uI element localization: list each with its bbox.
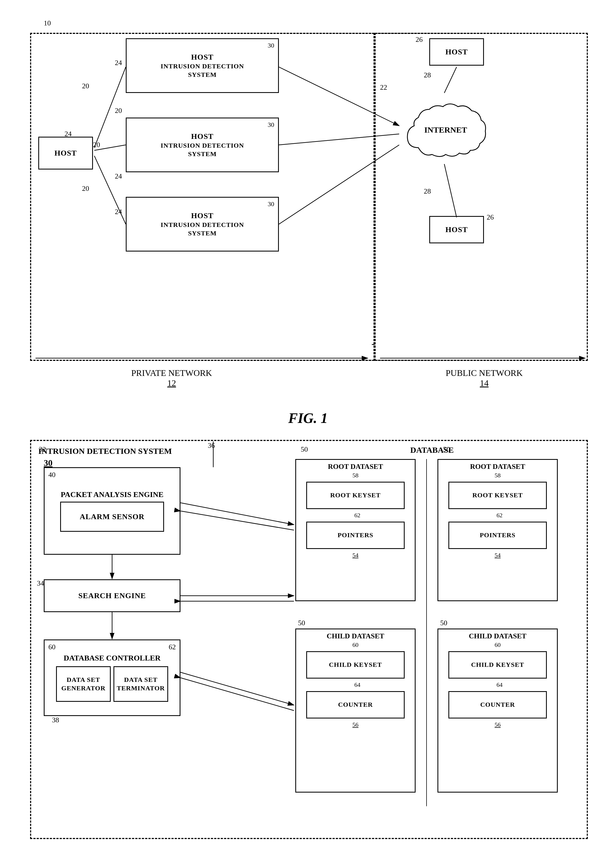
ref-62-left: 62	[354, 512, 360, 519]
host-left-box: HOST	[38, 137, 93, 170]
ref-10: 10	[44, 19, 51, 27]
fig1-caption: FIG. 1	[22, 410, 594, 426]
db-controller-box: 60 62 DATABASE CONTROLLER DATA SET GENER…	[44, 639, 180, 716]
data-set-generator-box: DATA SET GENERATOR	[56, 666, 111, 702]
ref-26-1: 26	[416, 36, 423, 44]
ref-60: 60	[48, 643, 56, 651]
ref-54-left: 54	[352, 552, 358, 559]
root-dataset-label-right: ROOT DATASET	[470, 462, 525, 471]
ref-38: 38	[52, 716, 59, 724]
ref-20-2: 20	[115, 107, 122, 115]
ref-30-1: 30	[268, 42, 274, 49]
ref-60-child-left: 60	[352, 641, 358, 648]
ref-54-right: 54	[495, 552, 500, 559]
data-set-terminator-box: DATA SET TERMINATOR	[114, 666, 168, 702]
db-controller-label: DATABASE CONTROLLER	[45, 654, 180, 662]
ref-28-1: 28	[424, 71, 431, 79]
ref-62: 62	[169, 643, 176, 651]
ref-64-left: 64	[354, 681, 360, 689]
ref-62-right: 62	[497, 512, 502, 519]
ref-36: 36	[208, 442, 215, 450]
ref-24-4: 24	[115, 208, 122, 216]
ref-58-left: 58	[352, 472, 358, 479]
child-dataset-left: CHILD DATASET 60 CHILD KEYSET 64 COUNTER…	[295, 628, 416, 793]
child-keyset-right: CHILD KEYSET	[449, 651, 547, 679]
ids-box-1: 30 HOST INTRUSION DETECTIONSYSTEM	[126, 38, 279, 93]
ref-30-2: 30	[268, 121, 274, 128]
ref-20-3: 20	[93, 141, 100, 149]
host-bottom-right: HOST	[429, 216, 484, 243]
ref-50-4: 50	[440, 619, 447, 627]
ref-26-2: 26	[487, 213, 494, 222]
search-engine-box: SEARCH ENGINE	[44, 579, 180, 612]
svg-text:INTERNET: INTERNET	[424, 125, 467, 134]
root-keyset-left: ROOT KEYSET	[306, 482, 405, 509]
private-network-label: PRIVATE NETWORK 12	[131, 368, 212, 388]
ref-60-child-right: 60	[495, 641, 500, 648]
child-dataset-right: CHILD DATASET 60 CHILD KEYSET 64 COUNTER…	[438, 628, 558, 793]
fig2-diagram: INTRUSION DETECTION SYSTEM 30 32 40 PACK…	[22, 432, 596, 858]
counter-right: COUNTER	[449, 691, 547, 718]
ref-20-1: 20	[82, 82, 89, 90]
public-network-box	[375, 33, 588, 361]
pointers-left: POINTERS	[306, 522, 405, 549]
child-dataset-label-left: CHILD DATASET	[327, 632, 385, 640]
ref-24-2: 24	[64, 130, 72, 138]
ref-50-3: 50	[298, 619, 305, 627]
ids-box-3: 30 HOST INTRUSION DETECTIONSYSTEM	[126, 197, 279, 251]
database-label: DATABASE	[301, 445, 563, 454]
ids-label: INTRUSION DETECTION SYSTEM 30	[38, 445, 172, 469]
root-dataset-right: ROOT DATASET 58 ROOT KEYSET 62 POINTERS …	[438, 459, 558, 601]
ref-50-2: 50	[443, 445, 450, 454]
public-network-label: PUBLIC NETWORK 14	[446, 368, 523, 388]
ref-32: 32	[39, 445, 46, 454]
ref-50-1: 50	[301, 445, 308, 454]
root-keyset-right: ROOT KEYSET	[449, 482, 547, 509]
root-dataset-left: ROOT DATASET 58 ROOT KEYSET 62 POINTERS …	[295, 459, 416, 601]
root-dataset-label-left: ROOT DATASET	[328, 462, 383, 471]
ref-30-3: 30	[268, 200, 274, 208]
child-keyset-left: CHILD KEYSET	[306, 651, 405, 679]
fig1-diagram: 10 HOST 30 HOST INTRUSION DETECTIONSYSTE…	[22, 16, 596, 394]
ref-58-right: 58	[495, 472, 500, 479]
ref-56-right: 56	[495, 721, 500, 728]
packet-analysis-label: PACKET ANALYSIS ENGINE	[60, 490, 164, 499]
ref-40: 40	[48, 471, 56, 479]
ref-22: 22	[380, 83, 387, 92]
ref-28-2: 28	[424, 187, 431, 195]
ref-20-4: 20	[82, 184, 89, 193]
ref-24-3: 24	[115, 172, 122, 180]
page: 10 HOST 30 HOST INTRUSION DETECTIONSYSTE…	[0, 0, 616, 859]
child-dataset-label-right: CHILD DATASET	[469, 632, 527, 640]
counter-left: COUNTER	[306, 691, 405, 718]
pointers-right: POINTERS	[449, 522, 547, 549]
ref-64-right: 64	[497, 681, 502, 689]
ref-24-1: 24	[115, 59, 122, 67]
host-top-right: HOST	[429, 38, 484, 66]
ids-box-2: 30 HOST INTRUSION DETECTIONSYSTEM	[126, 117, 279, 172]
ref-56-left: 56	[352, 721, 358, 728]
packet-analysis-box: 40 PACKET ANALYSIS ENGINE ALARM SENSOR	[44, 467, 180, 555]
internet-cloud: INTERNET	[402, 93, 489, 164]
ref-34: 34	[37, 579, 44, 587]
alarm-sensor-box: ALARM SENSOR	[60, 502, 164, 532]
